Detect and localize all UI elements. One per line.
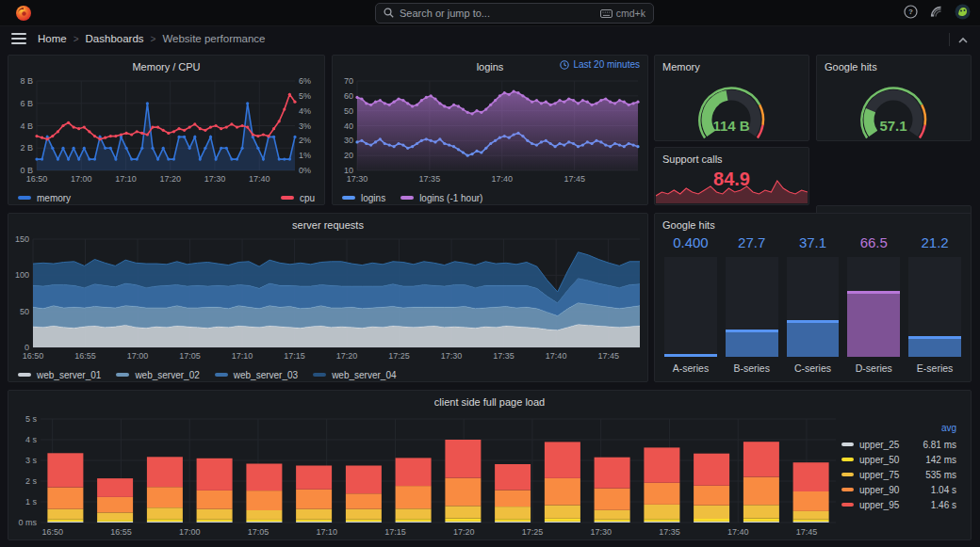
search-input[interactable]: Search or jump to... cmd+k (375, 3, 654, 24)
bar-gauge-value: 0.400 (664, 234, 717, 257)
server-requests-legend: web_server_01web_server_02web_server_03w… (8, 365, 647, 384)
svg-text:20: 20 (344, 151, 353, 160)
bar-gauge-column[interactable]: 21.2E-series (908, 234, 961, 376)
panel-google-gauge: Google hits 57.1 (816, 55, 972, 141)
legend-item[interactable]: web_server_03 (215, 370, 298, 380)
logins-chart[interactable]: 1020304050607017:3017:3517:4017:45 (333, 74, 647, 188)
client-load-legend: avgupper_256.81 msupper_50142 msupper_75… (841, 410, 966, 541)
memory-gauge[interactable]: 114 B (655, 74, 808, 140)
panel-title[interactable]: logins Last 20 minutes (333, 56, 647, 74)
legend-item[interactable]: upper_50142 ms (841, 452, 956, 467)
legend-swatch (841, 503, 854, 507)
server-requests-chart[interactable]: 05010015016:5016:5517:0017:0517:1017:151… (8, 233, 647, 365)
breadcrumb-home[interactable]: Home (38, 33, 67, 44)
svg-text:6%: 6% (299, 76, 311, 86)
logins-legend: loginslogins (-1 hour) (333, 188, 647, 207)
panel-title[interactable]: Support calls (655, 148, 808, 167)
svg-text:17:25: 17:25 (522, 527, 544, 537)
svg-text:114 B: 114 B (712, 118, 749, 134)
legend-item[interactable]: logins (342, 193, 385, 203)
chevron-up-icon[interactable] (957, 31, 969, 48)
panel-title[interactable]: Memory / CPU (8, 56, 324, 74)
svg-text:17:00: 17:00 (71, 174, 92, 184)
menu-icon[interactable] (11, 33, 26, 44)
svg-text:17:05: 17:05 (179, 351, 201, 361)
legend-item[interactable]: web_server_01 (18, 370, 101, 380)
avatar[interactable] (955, 4, 971, 24)
legend-swatch (400, 196, 414, 200)
legend-item[interactable]: upper_75535 ms (841, 467, 956, 482)
google-hits-bar-gauge[interactable]: 0.400A-series27.7B-series37.1C-series66.… (655, 233, 971, 379)
legend-item[interactable]: memory (18, 193, 71, 203)
legend-item[interactable]: cpu (281, 193, 315, 203)
bar-gauge-column[interactable]: 0.400A-series (664, 234, 717, 376)
svg-text:4 s: 4 s (25, 435, 38, 444)
bar-gauge-bar (847, 257, 900, 357)
svg-text:17:10: 17:10 (115, 174, 137, 184)
svg-text:16:50: 16:50 (23, 351, 44, 361)
svg-text:17:15: 17:15 (284, 351, 305, 361)
svg-text:17:15: 17:15 (384, 527, 406, 537)
svg-text:30: 30 (344, 136, 353, 145)
svg-text:17:10: 17:10 (316, 527, 337, 537)
bar-gauge-value: 21.2 (908, 234, 961, 257)
svg-text:8 B: 8 B (20, 76, 33, 86)
bar-gauge-column[interactable]: 27.7B-series (726, 234, 778, 376)
bar-gauge-column[interactable]: 66.5D-series (847, 234, 900, 376)
time-range-badge[interactable]: Last 20 minutes (560, 59, 640, 70)
svg-text:17:45: 17:45 (564, 174, 585, 184)
breadcrumb-separator: > (151, 34, 156, 44)
svg-text:3%: 3% (299, 121, 311, 131)
panel-title[interactable]: Google hits (655, 214, 971, 233)
panel-title[interactable]: Memory (655, 56, 808, 74)
svg-text:17:40: 17:40 (249, 174, 270, 184)
search-placeholder: Search or jump to... (400, 8, 595, 19)
breadcrumb-current: Website performance (162, 33, 265, 44)
panel-title[interactable]: Google hits (817, 56, 971, 74)
news-icon[interactable] (929, 5, 943, 23)
svg-text:5%: 5% (299, 91, 311, 101)
legend-item[interactable]: web_server_04 (313, 370, 396, 380)
legend-item[interactable]: logins (-1 hour) (400, 193, 482, 203)
shortcut-badge: cmd+k (600, 8, 645, 19)
legend-swatch (313, 373, 326, 377)
svg-text:0 ms: 0 ms (18, 518, 37, 527)
svg-text:60: 60 (344, 91, 353, 101)
svg-text:16:50: 16:50 (41, 527, 63, 537)
svg-text:0%: 0% (299, 166, 311, 175)
legend-swatch (841, 458, 854, 461)
grafana-logo-icon[interactable] (15, 5, 32, 22)
legend-item[interactable]: web_server_02 (116, 370, 199, 380)
svg-text:16:55: 16:55 (74, 351, 96, 361)
legend-swatch (342, 196, 355, 200)
panel-title[interactable]: server requests (8, 214, 647, 233)
panel-memory-gauge: Memory 114 B (654, 55, 809, 141)
memory-cpu-legend: memorycpu (8, 188, 324, 207)
bar-gauge-label: C-series (787, 357, 840, 376)
support-calls-stat[interactable]: 84.9 (655, 167, 808, 204)
legend-item[interactable]: upper_901.04 s (841, 482, 956, 497)
svg-text:17:10: 17:10 (232, 351, 253, 361)
breadcrumb-dashboards[interactable]: Dashboards (86, 33, 144, 44)
legend-swatch (215, 373, 228, 377)
svg-text:57.1: 57.1 (879, 118, 906, 134)
panel-support-calls: Support calls 84.9 (654, 147, 809, 205)
svg-text:17:40: 17:40 (492, 174, 514, 184)
panel-title[interactable]: client side full page load (8, 391, 971, 410)
bar-gauge-label: A-series (664, 357, 717, 376)
svg-text:5 s: 5 s (25, 414, 38, 424)
help-icon[interactable]: ? (904, 5, 918, 23)
search-icon (384, 5, 394, 22)
bar-gauge-value: 37.1 (787, 234, 840, 257)
google-hits-gauge[interactable]: 57.1 (817, 74, 971, 140)
svg-text:17:20: 17:20 (159, 174, 181, 184)
svg-text:17:05: 17:05 (248, 527, 270, 537)
bar-gauge-column[interactable]: 37.1C-series (787, 234, 840, 376)
svg-text:17:00: 17:00 (127, 351, 149, 361)
svg-text:1%: 1% (299, 151, 311, 160)
clock-icon (560, 60, 569, 70)
memory-cpu-chart[interactable]: 0 B2 B4 B6 B8 B0%1%2%3%4%5%6%16:5017:001… (8, 74, 324, 188)
legend-item[interactable]: upper_951.46 s (841, 497, 956, 512)
legend-item[interactable]: upper_256.81 ms (841, 437, 956, 452)
client-load-chart[interactable]: 0 ms1 s2 s3 s4 s5 s16:5016:5517:0017:051… (8, 410, 841, 541)
